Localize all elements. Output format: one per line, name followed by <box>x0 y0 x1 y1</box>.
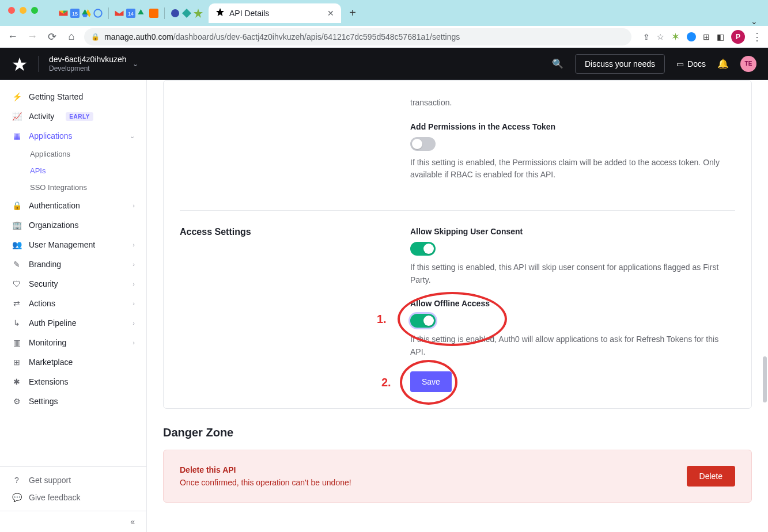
sidebar-item-label: Auth Pipeline <box>29 318 77 328</box>
minimize-window-icon[interactable] <box>20 7 27 14</box>
offline-access-toggle[interactable] <box>410 314 436 328</box>
extension-1password-icon[interactable] <box>687 32 696 41</box>
sidebar-item-applications[interactable]: ▦Applications⌄ <box>0 126 146 146</box>
sidebar-item-label: Extensions <box>29 377 68 386</box>
sidebar-item-label: User Management <box>29 240 95 249</box>
pinned-tab-gmail-icon[interactable] <box>58 7 69 19</box>
give-feedback-link[interactable]: 💬 Give feedback <box>0 489 146 506</box>
delete-api-title: Delete this API <box>180 465 675 474</box>
sidebar-item-branding[interactable]: ✎Branding› <box>0 254 146 274</box>
url-bar[interactable]: 🔒 manage.auth0.com/dashboard/us/dev-6act… <box>84 28 631 45</box>
chevron-down-icon: › <box>133 241 135 248</box>
sidebar-item-auth-pipeline[interactable]: ↳Auth Pipeline› <box>0 313 146 333</box>
pinned-tab-drive-icon[interactable] <box>81 7 92 19</box>
svg-point-6 <box>171 9 179 17</box>
auth0-logo-icon[interactable] <box>12 56 28 72</box>
sidebar-subitem-sso-integrations[interactable]: SSO Integrations <box>0 179 146 196</box>
browser-title-bar: 15 14 API Details ✕ + ⌄ <box>0 0 768 26</box>
sidebar-subitem-apis[interactable]: APIs <box>0 162 146 179</box>
collapse-sidebar-button[interactable]: « <box>0 511 146 532</box>
chevron-down-icon: › <box>133 261 135 268</box>
pinned-tab-drive2-icon[interactable] <box>137 7 148 19</box>
sidebar-item-extensions[interactable]: ✱Extensions <box>0 372 146 392</box>
permissions-toggle-label: Add Permissions in the Access Token <box>410 122 735 131</box>
tab-title: API Details <box>229 9 269 18</box>
offline-access-desc: If this setting is enabled, Auth0 will a… <box>410 333 735 358</box>
chevron-down-icon: ⌄ <box>133 60 138 68</box>
pinned-tab-circle-icon[interactable] <box>169 7 181 19</box>
skip-consent-label: Allow Skipping User Consent <box>410 227 735 236</box>
browser-toolbar: ← → ⟳ ⌂ 🔒 manage.auth0.com/dashboard/us/… <box>0 26 768 48</box>
pinned-tab-google-icon[interactable] <box>92 7 104 19</box>
reload-button[interactable]: ⟳ <box>45 31 59 43</box>
brush-icon: ✎ <box>12 260 22 269</box>
sidebar-subitem-applications[interactable]: Applications <box>0 146 146 162</box>
pinned-tab-orange-icon[interactable] <box>148 7 160 19</box>
sidebar-item-security[interactable]: 🛡Security› <box>0 274 146 294</box>
extensions-menu-icon[interactable]: ⊞ <box>703 32 710 41</box>
new-tab-button[interactable]: + <box>345 5 361 21</box>
activity-icon: 📈 <box>12 112 22 121</box>
save-button[interactable]: Save <box>410 371 452 392</box>
maximize-window-icon[interactable] <box>31 7 38 14</box>
delete-button[interactable]: Delete <box>687 466 735 487</box>
lock-icon: 🔒 <box>12 201 22 210</box>
sidebar-item-label: Marketplace <box>29 358 73 367</box>
sidebar-item-organizations[interactable]: 🏢Organizations <box>0 215 146 235</box>
pinned-tab-star-icon[interactable] <box>192 7 204 19</box>
permissions-toggle[interactable] <box>410 137 436 151</box>
bookmark-icon[interactable]: ☆ <box>657 32 664 41</box>
sidebar-item-marketplace[interactable]: ⊞Marketplace <box>0 352 146 372</box>
auth0-header: dev-6actj4z0ihvkuzeh Development ⌄ 🔍 Dis… <box>0 48 768 80</box>
book-icon: ▭ <box>676 59 684 69</box>
sidebar-item-authentication[interactable]: 🔒Authentication› <box>0 196 146 215</box>
sidebar-item-label: Applications <box>29 131 73 140</box>
docs-link[interactable]: ▭ Docs <box>676 59 706 69</box>
chevron-down-icon: › <box>133 320 135 326</box>
get-support-link[interactable]: ? Get support <box>0 472 146 489</box>
shield-icon: 🛡 <box>12 279 22 288</box>
tabs-dropdown-icon[interactable]: ⌄ <box>751 17 762 26</box>
close-tab-icon[interactable]: ✕ <box>327 9 334 18</box>
scrollbar-thumb[interactable] <box>763 356 767 402</box>
share-icon[interactable]: ⇪ <box>643 32 650 41</box>
close-window-icon[interactable] <box>8 7 15 14</box>
sidebar-item-monitoring[interactable]: ▥Monitoring› <box>0 333 146 352</box>
pinned-tab-gmail2-icon[interactable] <box>114 7 125 19</box>
back-button[interactable]: ← <box>6 31 20 43</box>
side-panel-icon[interactable]: ◧ <box>717 32 724 41</box>
home-button[interactable]: ⌂ <box>65 31 78 43</box>
bolt-icon: ⚡ <box>12 92 22 101</box>
puzzle-icon: ✱ <box>12 377 22 386</box>
chrome-menu-icon[interactable]: ⋮ <box>752 31 762 43</box>
extension-sparkle-icon[interactable]: ✶ <box>671 31 680 43</box>
sidebar-item-getting-started[interactable]: ⚡Getting Started <box>0 87 146 107</box>
sidebar-item-label: Organizations <box>29 221 78 230</box>
forward-button: → <box>25 31 39 43</box>
danger-zone-box: Delete this API Once confirmed, this ope… <box>163 450 752 503</box>
pinned-tab-calendar2-icon[interactable]: 14 <box>125 7 137 19</box>
early-badge: EARLY <box>66 112 93 121</box>
skip-consent-toggle[interactable] <box>410 242 436 256</box>
discuss-needs-button[interactable]: Discuss your needs <box>575 54 665 74</box>
tenant-switcher[interactable]: dev-6actj4z0ihvkuzeh Development ⌄ <box>49 55 138 73</box>
pinned-tab-calendar-icon[interactable]: 15 <box>69 7 81 19</box>
pinned-tab-diamond-icon[interactable] <box>181 7 192 19</box>
sidebar-item-label: Monitoring <box>29 338 66 347</box>
lock-icon: 🔒 <box>91 33 100 41</box>
bell-icon[interactable]: 🔔 <box>717 58 729 69</box>
search-icon[interactable]: 🔍 <box>552 58 563 69</box>
sidebar-item-user-management[interactable]: 👥User Management› <box>0 235 146 254</box>
sidebar-item-label: Activity <box>29 112 54 121</box>
active-tab[interactable]: API Details ✕ <box>209 3 341 23</box>
sidebar-item-label: Settings <box>29 397 58 406</box>
sidebar-item-settings[interactable]: ⚙Settings <box>0 392 146 411</box>
danger-zone-heading: Danger Zone <box>163 426 752 439</box>
sidebar: ⚡Getting Started📈ActivityEARLY▦Applicati… <box>0 80 147 532</box>
chevron-down-icon: ⌄ <box>130 132 135 140</box>
user-avatar[interactable]: TE <box>740 56 756 72</box>
sidebar-item-activity[interactable]: 📈ActivityEARLY <box>0 107 146 126</box>
profile-avatar[interactable]: P <box>731 30 745 44</box>
sidebar-item-actions[interactable]: ⇄Actions› <box>0 294 146 313</box>
auth0-favicon-icon <box>215 7 225 18</box>
